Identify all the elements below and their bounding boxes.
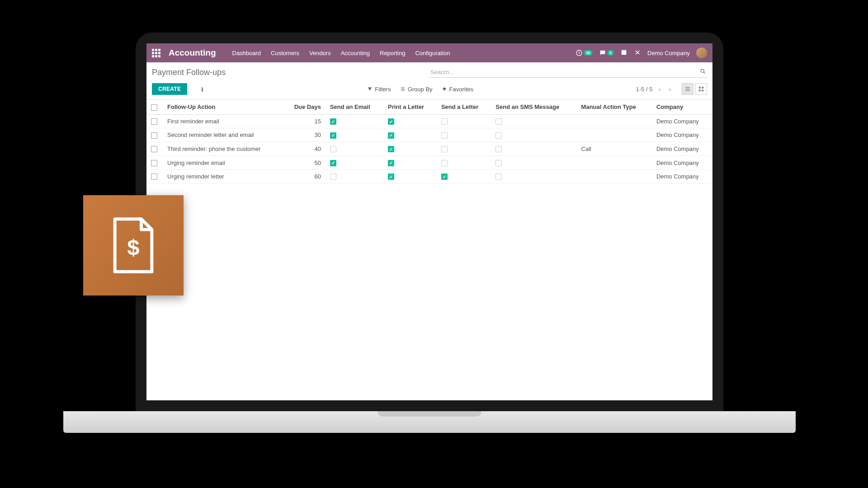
- svg-rect-6: [702, 89, 703, 91]
- followups-table: Follow-Up Action Due Days Send an Email …: [146, 99, 712, 183]
- cell-manual-action: Call: [577, 142, 652, 156]
- cell-company: Demo Company: [652, 169, 712, 183]
- row-select-checkbox[interactable]: [151, 146, 157, 152]
- cell-manual-action: [577, 169, 652, 183]
- kanban-view-button[interactable]: [695, 83, 707, 95]
- cell-send-sms: [491, 169, 576, 183]
- row-select-checkbox[interactable]: [151, 118, 157, 125]
- cell-action: Urging reminder letter: [163, 169, 283, 183]
- close-icon[interactable]: [634, 49, 641, 57]
- checkbox-unchecked[interactable]: [495, 146, 502, 152]
- table-row[interactable]: Third reminder: phone the customer40Call…: [146, 142, 712, 156]
- messages-icon[interactable]: 5: [599, 49, 614, 56]
- cell-send-email: [326, 142, 383, 156]
- activity-icon[interactable]: 35: [576, 49, 593, 56]
- favorites-label: Favorites: [449, 86, 473, 93]
- checkbox-checked[interactable]: [441, 174, 448, 180]
- cell-action: Urging reminder email: [163, 156, 283, 170]
- cell-print-letter: [383, 156, 437, 170]
- search-icon[interactable]: [700, 68, 706, 76]
- checkbox-unchecked[interactable]: [495, 160, 502, 166]
- checkbox-unchecked[interactable]: [441, 146, 448, 152]
- col-send-sms[interactable]: Send an SMS Message: [491, 100, 576, 115]
- checkbox-checked[interactable]: [388, 132, 394, 139]
- cell-company: Demo Company: [652, 142, 712, 156]
- checkbox-checked[interactable]: [388, 146, 394, 152]
- table-row[interactable]: Second reminder letter and email30Demo C…: [146, 128, 712, 142]
- checkbox-checked[interactable]: [388, 118, 394, 125]
- app-name[interactable]: Accounting: [169, 48, 216, 58]
- svg-text:$: $: [127, 235, 139, 259]
- apps-icon[interactable]: [152, 49, 160, 57]
- groupby-label: Group By: [408, 86, 433, 93]
- cell-send-sms: [491, 142, 576, 156]
- cell-due-days: 50: [283, 156, 326, 170]
- checkbox-checked[interactable]: [330, 118, 336, 125]
- checkbox-unchecked[interactable]: [330, 146, 336, 152]
- groupby-button[interactable]: Group By: [400, 86, 433, 93]
- create-button[interactable]: CREATE: [152, 83, 187, 95]
- cell-print-letter: [383, 169, 437, 183]
- cell-send-sms: [491, 156, 576, 170]
- nav-vendors[interactable]: Vendors: [309, 50, 331, 56]
- checkbox-unchecked[interactable]: [441, 118, 448, 125]
- checkbox-checked[interactable]: [330, 160, 336, 166]
- nav-customers[interactable]: Customers: [271, 50, 299, 56]
- activity-badge: 35: [584, 50, 593, 56]
- checkbox-unchecked[interactable]: [495, 118, 502, 125]
- checkbox-unchecked[interactable]: [330, 174, 336, 180]
- cell-due-days: 60: [283, 169, 326, 183]
- col-company[interactable]: Company: [652, 100, 712, 115]
- svg-point-2: [701, 69, 704, 72]
- filters-button[interactable]: Filters: [367, 86, 391, 93]
- cell-send-letter: [437, 156, 491, 170]
- checkbox-unchecked[interactable]: [441, 132, 448, 139]
- table-row[interactable]: First reminder email15Demo Company: [146, 114, 712, 128]
- user-avatar[interactable]: [696, 47, 707, 58]
- nav-accounting[interactable]: Accounting: [341, 50, 370, 56]
- checkbox-checked[interactable]: [330, 132, 336, 139]
- col-manual-action[interactable]: Manual Action Type: [577, 100, 652, 115]
- top-navbar: Accounting Dashboard Customers Vendors A…: [146, 43, 712, 62]
- nav-dashboard[interactable]: Dashboard: [232, 50, 261, 56]
- col-send-email[interactable]: Send an Email: [326, 100, 383, 115]
- laptop-base: [63, 411, 796, 433]
- cell-manual-action: [577, 156, 652, 170]
- row-select-checkbox[interactable]: [151, 174, 157, 180]
- pager-text: 1-5 / 5: [636, 86, 652, 93]
- col-print-letter[interactable]: Print a Letter: [383, 100, 437, 115]
- col-action[interactable]: Follow-Up Action: [163, 100, 283, 115]
- messages-badge: 5: [607, 50, 614, 56]
- table-row[interactable]: Urging reminder email50Demo Company: [146, 156, 712, 170]
- checkbox-unchecked[interactable]: [441, 160, 448, 166]
- list-view-button[interactable]: [682, 83, 693, 95]
- cell-send-email: [326, 156, 383, 170]
- pager-next[interactable]: ›: [667, 84, 673, 94]
- cell-send-letter: [437, 114, 491, 128]
- row-select-checkbox[interactable]: [151, 160, 157, 166]
- cell-company: Demo Company: [652, 156, 712, 170]
- svg-rect-5: [699, 89, 701, 91]
- cell-print-letter: [383, 142, 437, 156]
- checkbox-checked[interactable]: [388, 174, 394, 180]
- favorites-button[interactable]: Favorites: [442, 86, 473, 93]
- search-input[interactable]: [429, 67, 707, 77]
- col-due-days[interactable]: Due Days: [283, 100, 326, 115]
- nav-configuration[interactable]: Configuration: [415, 50, 450, 56]
- checkbox-unchecked[interactable]: [495, 132, 502, 139]
- table-row[interactable]: Urging reminder letter60Demo Company: [146, 169, 712, 183]
- checkbox-unchecked[interactable]: [495, 174, 502, 180]
- pager-prev[interactable]: ‹: [657, 84, 662, 94]
- checkbox-checked[interactable]: [388, 160, 394, 166]
- company-name[interactable]: Demo Company: [647, 50, 690, 56]
- cell-print-letter: [383, 128, 437, 142]
- cell-due-days: 40: [283, 142, 326, 156]
- nav-reporting[interactable]: Reporting: [380, 50, 405, 56]
- svg-rect-1: [622, 50, 627, 55]
- select-all-checkbox[interactable]: [151, 104, 157, 111]
- download-button[interactable]: ⬇: [192, 85, 205, 93]
- row-select-checkbox[interactable]: [151, 132, 157, 139]
- tray-icon[interactable]: [620, 49, 627, 57]
- col-send-letter[interactable]: Send a Letter: [437, 100, 491, 115]
- cell-action: Third reminder: phone the customer: [163, 142, 283, 156]
